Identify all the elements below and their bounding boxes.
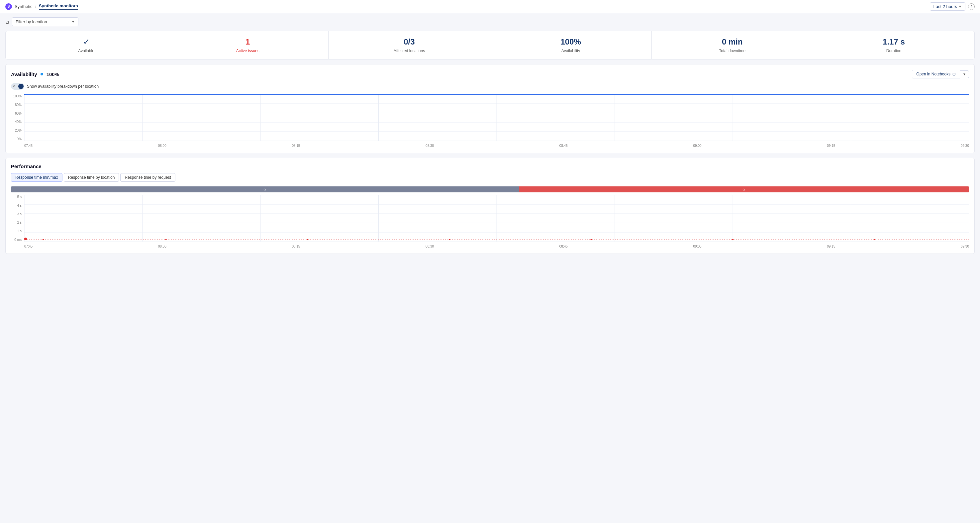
page-name: Synthetic monitors	[39, 3, 78, 10]
stat-affected-label: Affected locations	[394, 48, 425, 53]
y-label-20: 20%	[11, 129, 23, 132]
filter-chevron: ▼	[72, 20, 75, 24]
performance-title: Performance	[11, 163, 969, 169]
perf-selector-bar[interactable]: ◇ ◇	[11, 187, 969, 192]
stat-available-label: Available	[78, 48, 94, 53]
y-label-40: 40%	[11, 120, 23, 124]
open-notebooks-button[interactable]: Open in Notebooks ⬡	[912, 70, 960, 78]
svg-point-34	[307, 239, 308, 240]
help-icon: ?	[970, 5, 972, 9]
perf-y-4s: 4 s	[11, 204, 23, 207]
x-label-0915: 09:15	[827, 144, 835, 148]
selector-gray-diamond: ◇	[263, 188, 266, 191]
stat-duration-label: Duration	[886, 48, 901, 53]
svg-point-32	[43, 239, 44, 240]
filter-label: Filter by location	[16, 19, 47, 24]
open-notebooks-dropdown-button[interactable]: ▼	[960, 70, 969, 78]
y-axis-labels: 0% 20% 40% 60% 80% 100%	[11, 94, 23, 141]
filter-bar: ⊿ Filter by location ▼	[5, 17, 975, 26]
perf-y-labels: 0 ms 1 s 2 s 3 s 4 s 5 s	[11, 195, 23, 242]
perf-y-5s: 5 s	[11, 195, 23, 199]
tab-response-minmax[interactable]: Response time min/max	[11, 173, 62, 182]
main-content: ⊿ Filter by location ▼ ✓ Available 1 Act…	[0, 13, 980, 258]
y-label-100: 100%	[11, 94, 23, 98]
check-icon: ✓	[83, 37, 90, 46]
perf-x-0930: 09:30	[961, 244, 969, 248]
time-selector-label: Last 2 hours	[934, 4, 958, 9]
toggle-x-icon: ✕	[13, 85, 15, 88]
svg-point-35	[449, 239, 450, 240]
x-label-0930: 09:30	[961, 144, 969, 148]
availability-pct: 100%	[46, 72, 59, 77]
svg-point-37	[732, 239, 733, 240]
availability-title: Availability	[11, 72, 37, 77]
perf-x-0915: 09:15	[827, 244, 835, 248]
stat-affected-locations: 0/3 Affected locations	[329, 31, 490, 59]
y-label-80: 80%	[11, 103, 23, 107]
stat-availability-value: 100%	[560, 37, 581, 46]
perf-x-0745: 07:45	[24, 244, 33, 248]
top-navbar: S Synthetic / Synthetic monitors Last 2 …	[0, 0, 980, 13]
chart-header: Availability 100% Open in Notebooks ⬡ ▼	[11, 70, 969, 78]
toggle-knob	[18, 84, 24, 89]
x-label-0845: 08:45	[560, 144, 568, 148]
perf-x-0845: 08:45	[560, 244, 568, 248]
toggle-label: Show availability breakdown per location	[27, 84, 99, 89]
availability-section: Availability 100% Open in Notebooks ⬡ ▼ …	[5, 64, 975, 153]
perf-y-1s: 1 s	[11, 229, 23, 233]
toggle-row: ✕ Show availability breakdown per locati…	[11, 83, 969, 90]
app-logo: S	[5, 3, 12, 10]
tab-response-request[interactable]: Response time by request	[120, 173, 175, 182]
open-notebooks-label: Open in Notebooks	[916, 72, 950, 77]
nav-left: S Synthetic / Synthetic monitors	[5, 3, 78, 10]
perf-x-0800: 08:00	[158, 244, 166, 248]
perf-svg	[24, 195, 969, 242]
perf-x-0830: 08:30	[426, 244, 434, 248]
performance-graph: 0 ms 1 s 2 s 3 s 4 s 5 s	[11, 195, 969, 248]
perf-y-2s: 2 s	[11, 221, 23, 224]
stat-downtime-label: Total downtime	[719, 48, 746, 53]
x-axis-labels: 07:45 08:00 08:15 08:30 08:45 09:00 09:1…	[24, 144, 969, 148]
x-label-0745: 07:45	[24, 144, 33, 148]
perf-x-0815: 08:15	[292, 244, 300, 248]
stat-issues-label: Active issues	[236, 48, 259, 53]
stat-availability-label: Availability	[562, 48, 580, 53]
stat-downtime-value: 0 min	[722, 37, 743, 46]
time-selector-chevron: ▼	[958, 5, 962, 8]
perf-x-0900: 09:00	[693, 244, 702, 248]
stat-availability: 100% Availability	[490, 31, 652, 59]
perf-x-axis: 07:45 08:00 08:15 08:30 08:45 09:00 09:1…	[24, 244, 969, 248]
performance-tabs: Response time min/max Response time by l…	[11, 173, 969, 182]
chart-title-area: Availability 100%	[11, 72, 59, 77]
stat-duration-value: 1.17 s	[883, 37, 905, 46]
y-label-60: 60%	[11, 112, 23, 115]
stat-total-downtime: 0 min Total downtime	[652, 31, 813, 59]
filter-by-location-dropdown[interactable]: Filter by location ▼	[12, 17, 78, 26]
availability-chart-area: 0% 20% 40% 60% 80% 100%	[11, 94, 969, 148]
perf-y-3s: 3 s	[11, 212, 23, 216]
stat-affected-value: 0/3	[404, 37, 415, 46]
tab-response-location[interactable]: Response time by location	[64, 173, 119, 182]
app-name: Synthetic	[14, 4, 32, 9]
selector-gray: ◇	[11, 187, 519, 192]
time-selector[interactable]: Last 2 hours ▼	[930, 2, 966, 11]
svg-point-36	[590, 239, 592, 240]
availability-indicator-dot	[41, 73, 43, 75]
performance-section: Performance Response time min/max Respon…	[5, 158, 975, 254]
help-button[interactable]: ?	[968, 3, 975, 10]
availability-svg	[24, 94, 969, 141]
open-notebooks-icon: ⬡	[953, 72, 956, 77]
breakdown-toggle[interactable]: ✕	[11, 83, 24, 90]
filter-icon: ⊿	[5, 19, 9, 25]
stat-available: ✓ Available	[6, 31, 167, 59]
x-label-0900: 09:00	[693, 144, 702, 148]
svg-point-33	[165, 239, 167, 240]
stat-duration: 1.17 s Duration	[813, 31, 974, 59]
svg-point-38	[874, 239, 875, 240]
stat-issues-value: 1	[245, 37, 250, 46]
nav-right: Last 2 hours ▼ ?	[930, 2, 975, 11]
y-label-0: 0%	[11, 137, 23, 141]
nav-separator: /	[35, 4, 36, 9]
stat-active-issues: 1 Active issues	[167, 31, 329, 59]
selector-red: ◇	[519, 187, 969, 192]
